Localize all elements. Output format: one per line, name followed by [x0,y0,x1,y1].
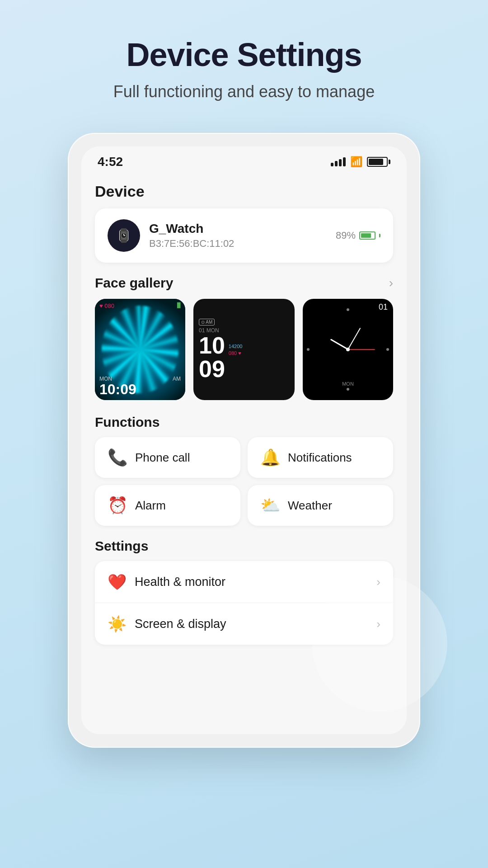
device-battery: 89% [336,230,380,241]
device-battery-tip [379,234,380,237]
face-1-battery: ▉ [177,302,181,309]
screen-display-icon: ☀️ [108,615,127,633]
alarm-icon: ⏰ [108,496,128,515]
face-2-steps: 14200 [229,343,243,350]
device-battery-indicator [359,231,375,240]
face-gallery-row: ♥ 080 ▉ MON AM 10:09 [95,299,393,400]
signal-icon [331,157,346,166]
weather-label: Weather [288,499,332,513]
watch-icon [116,227,132,244]
svg-point-10 [347,388,349,391]
function-phone-call[interactable]: 📞 Phone call [95,437,240,478]
watch-face-3[interactable]: 01 MON [303,299,393,400]
function-alarm[interactable]: ⏰ Alarm [95,485,240,526]
watch-face-1[interactable]: ♥ 080 ▉ MON AM 10:09 [95,299,185,400]
battery-icon [367,157,390,167]
face-1-hour: 10:09 [99,382,181,396]
svg-rect-7 [121,241,127,243]
face-2-badge-link: ⊙ AM [199,319,215,326]
face-1-overlay: ♥ 080 ▉ MON AM 10:09 [95,299,185,400]
alarm-label: Alarm [135,499,166,513]
device-card[interactable]: G_Watch B3:7E:56:BC:11:02 89% [95,208,393,263]
function-weather[interactable]: ⛅ Weather [248,485,393,526]
face-2-sub: 14200 080 ♥ [229,343,243,357]
functions-grid: 📞 Phone call 🔔 Notifications ⏰ Alarm ⛅ W… [95,437,393,526]
face-2-heart: 080 ♥ [229,350,243,357]
signal-bar-4 [343,157,346,166]
phone-call-icon: 📞 [108,448,128,467]
status-bar: 4:52 📶 [81,146,407,174]
watch-face-2[interactable]: ⊙ AM 01 MON 10 14200 080 ♥ 09 [193,299,295,400]
weather-icon: ⛅ [260,496,281,515]
phone-mockup: 4:52 📶 Device [68,133,420,748]
signal-bar-2 [335,161,338,166]
function-notifications[interactable]: 🔔 Notifications [248,437,393,478]
face-1-topbar: ♥ 080 ▉ [95,299,185,309]
battery-percent-label: 89% [336,230,356,241]
status-time: 4:52 [98,155,123,169]
device-name: G_Watch [149,222,327,236]
device-avatar [108,219,140,252]
clock-center [346,348,350,351]
device-battery-fill [361,233,371,238]
battery-tip [389,160,390,164]
notifications-icon: 🔔 [260,448,281,467]
wifi-icon: 📶 [350,156,362,168]
face-2-min: 09 [199,357,225,381]
page-title: Device Settings [126,36,361,73]
face-1-heart: ♥ 080 [99,302,114,309]
health-monitor-icon: ❤️ [108,573,127,591]
face-2-badges: ⊙ AM [199,319,215,326]
face-2-hour: 10 [199,334,225,357]
device-info: G_Watch B3:7E:56:BC:11:02 [149,222,327,250]
health-monitor-label: Health & monitor [135,575,368,589]
svg-point-8 [347,308,349,311]
battery-fill [369,159,383,165]
phone-call-label: Phone call [135,451,190,465]
svg-rect-6 [121,228,127,231]
svg-point-9 [386,348,389,351]
signal-bar-1 [331,163,333,166]
status-icons: 📶 [331,156,390,168]
device-section-label: Device [95,183,393,200]
settings-label: Settings [95,538,393,554]
page-subtitle: Full functioning and easy to manage [113,82,375,101]
face-gallery-chevron[interactable]: › [389,276,393,290]
notifications-label: Notifications [288,451,352,465]
face-1-time: MON AM 10:09 [99,376,181,396]
svg-point-11 [307,348,310,351]
face-gallery-header: Face gallery › [95,275,393,291]
face-gallery-label: Face gallery [95,275,173,291]
device-mac: B3:7E:56:BC:11:02 [149,238,327,250]
decorative-blob [312,576,447,712]
battery-body [367,157,388,167]
signal-bar-3 [339,159,342,166]
functions-label: Functions [95,415,393,430]
